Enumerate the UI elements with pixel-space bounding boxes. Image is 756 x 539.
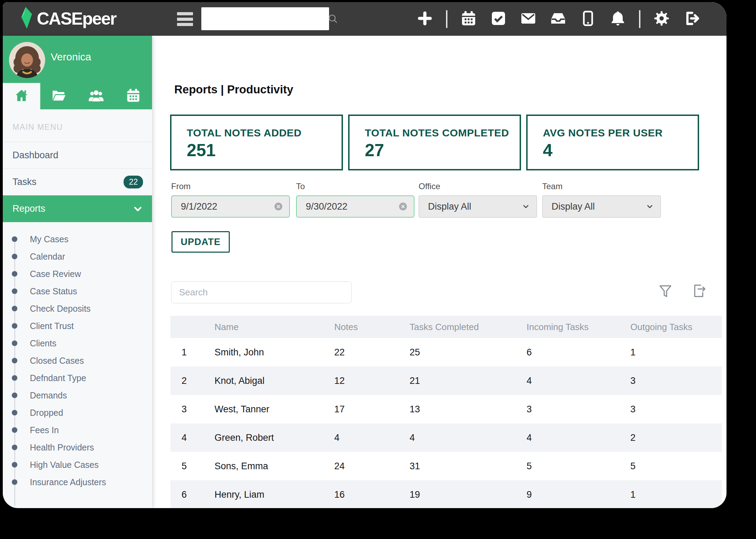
logout-button[interactable]	[683, 10, 700, 28]
cell-outgoing-tasks: 2	[630, 432, 722, 443]
sidebar-subitem-closed-cases[interactable]: Closed Cases	[3, 352, 152, 369]
mobile-button[interactable]	[579, 10, 597, 28]
chevron-down-icon	[645, 202, 654, 211]
header-name[interactable]: Name	[215, 322, 334, 332]
team-select[interactable]: Display All	[542, 195, 661, 218]
cell-name: Henry, Liam	[215, 489, 334, 500]
tab-calendar[interactable]	[115, 83, 152, 109]
notifications-button[interactable]	[609, 10, 627, 28]
bullet-icon	[12, 445, 17, 450]
mobile-phone-icon	[580, 10, 596, 28]
avatar[interactable]	[9, 42, 45, 78]
search-icon[interactable]	[327, 13, 338, 24]
bullet-icon	[12, 271, 17, 277]
cell-incoming-tasks: 5	[527, 461, 630, 472]
bell-icon	[610, 10, 626, 28]
users-icon	[88, 88, 104, 104]
sidebar-subitem-defndant-type[interactable]: Defndant Type	[3, 369, 152, 387]
calendar-button[interactable]	[460, 10, 477, 28]
cell-tasks-completed: 31	[410, 461, 527, 472]
mail-button[interactable]	[520, 10, 537, 28]
sidebar-tabs	[3, 83, 152, 109]
header-notes[interactable]: Notes	[334, 322, 410, 332]
app-logo[interactable]: CASEpeer	[19, 7, 116, 30]
sidebar-subitem-fees-in[interactable]: Fees In	[3, 421, 152, 439]
sidebar-subitem-client-trust[interactable]: Client Trust	[3, 317, 152, 335]
cell-tasks-completed: 25	[410, 347, 527, 358]
funnel-icon	[657, 284, 673, 301]
to-date-field[interactable]: 9/30/2022	[296, 195, 414, 218]
clear-date-icon[interactable]	[273, 201, 284, 212]
sidebar-item-dashboard[interactable]: Dashboard	[3, 142, 152, 169]
sidebar-item-tasks[interactable]: Tasks 22	[3, 169, 152, 195]
sidebar-subitem-case-status[interactable]: Case Status	[3, 283, 152, 300]
app-window: CASEpeer	[3, 2, 726, 508]
screenshot-canvas: CASEpeer	[0, 0, 756, 539]
intake-button[interactable]	[549, 10, 567, 28]
table-row[interactable]: 5 Sons, Emma 24 31 5 5	[170, 452, 722, 480]
bullet-icon	[12, 410, 17, 415]
sidebar-subitem-clients[interactable]: Clients	[3, 335, 152, 352]
table-row[interactable]: 3 West, Tanner 17 13 3 3	[170, 395, 722, 423]
sidebar-subitem-calendar[interactable]: Calendar	[3, 248, 152, 265]
settings-button[interactable]	[653, 10, 670, 28]
bullet-icon	[12, 323, 17, 329]
bullet-icon	[12, 288, 17, 294]
tab-contacts[interactable]	[77, 83, 115, 109]
bullet-icon	[12, 340, 17, 346]
cell-incoming-tasks: 9	[527, 489, 630, 500]
main-menu: MAIN MENU Dashboard Tasks 22 Reports My …	[3, 109, 152, 508]
clear-date-icon[interactable]	[398, 201, 408, 212]
stat-value: 4	[543, 140, 698, 160]
filter-team: Team Display All	[542, 182, 661, 218]
header-incoming-tasks[interactable]: Incoming Tasks	[527, 322, 630, 332]
inbox-icon	[550, 10, 566, 28]
sign-out-icon	[683, 10, 700, 28]
table-search-input[interactable]	[171, 281, 352, 303]
sidebar-item-reports[interactable]: Reports	[3, 195, 152, 222]
tab-cases[interactable]	[40, 83, 78, 109]
filter-button[interactable]	[656, 283, 675, 302]
tab-home[interactable]	[3, 83, 40, 109]
bullet-icon	[12, 306, 17, 311]
filter-office: Office Display All	[419, 182, 537, 218]
table-row[interactable]: 4 Green, Robert 4 4 4 2	[170, 423, 722, 452]
table-row[interactable]: 6 Henry, Liam 16 19 9 1	[170, 480, 722, 508]
office-label: Office	[419, 182, 537, 191]
cell-name: Sons, Emma	[215, 461, 334, 472]
stat-card-avg-notes-per-user: AVG NOTES PER USER 4	[526, 115, 699, 170]
sidebar-subitem-my-cases[interactable]: My Cases	[3, 230, 152, 248]
sidebar-subitem-dropped[interactable]: Dropped	[3, 404, 152, 421]
table-row[interactable]: 1 Smith, John 22 25 6 1	[170, 338, 722, 367]
menu-toggle-button[interactable]	[177, 12, 193, 26]
header-outgoing-tasks[interactable]: Outgoing Tasks	[630, 322, 722, 332]
export-button[interactable]	[689, 282, 708, 301]
global-search-input[interactable]	[201, 7, 327, 30]
sidebar-subitem-check-deposits[interactable]: Check Deposits	[3, 300, 152, 317]
sidebar-subitem-insurance-adjusters[interactable]: Insurance Adjusters	[3, 473, 152, 491]
table-row[interactable]: 2 Knot, Abigal 12 21 4 3	[170, 367, 722, 395]
stat-value: 27	[365, 140, 520, 160]
add-button[interactable]	[416, 10, 434, 28]
header-tasks-completed[interactable]: Tasks Completed	[410, 322, 527, 332]
sidebar-subitem-high-value-cases[interactable]: High Value Cases	[3, 456, 152, 473]
calendar-icon	[125, 88, 142, 104]
cell-notes: 22	[334, 347, 410, 358]
bullet-icon	[12, 254, 17, 259]
main-menu-label: MAIN MENU	[12, 123, 63, 132]
cell-outgoing-tasks: 1	[630, 489, 722, 500]
plus-icon	[417, 10, 433, 28]
sidebar-subitem-case-review[interactable]: Case Review	[3, 265, 152, 283]
cell-name: West, Tanner	[215, 404, 334, 415]
tasks-button[interactable]	[490, 10, 507, 28]
cell-tasks-completed: 21	[410, 376, 527, 386]
to-label: To	[296, 182, 414, 191]
cell-incoming-tasks: 3	[527, 404, 630, 415]
from-date-field[interactable]: 9/1/2022	[171, 195, 290, 218]
office-select[interactable]: Display All	[419, 195, 537, 218]
update-button[interactable]: UPDATE	[171, 231, 230, 253]
sidebar-subitem-demands[interactable]: Demands	[3, 387, 152, 404]
cell-outgoing-tasks: 3	[630, 404, 722, 415]
bullet-icon	[12, 375, 17, 381]
sidebar-subitem-health-providers[interactable]: Health Providers	[3, 439, 152, 456]
